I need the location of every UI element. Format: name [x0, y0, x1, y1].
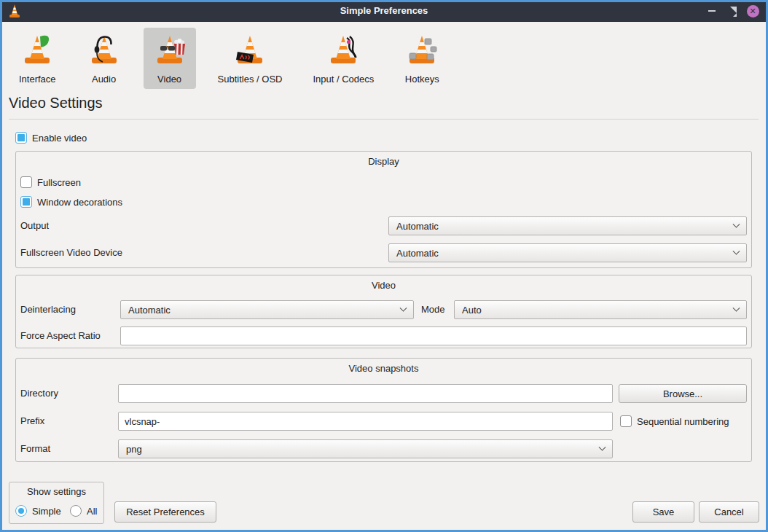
video-cone-icon — [152, 32, 187, 69]
tab-label: Input / Codecs — [313, 74, 374, 85]
output-select-value: Automatic — [396, 221, 439, 232]
output-label: Output — [20, 216, 49, 235]
window-decorations-checkbox[interactable] — [20, 196, 32, 208]
force-aspect-ratio-label: Force Aspect Ratio — [20, 326, 101, 345]
cancel-button-label: Cancel — [714, 506, 743, 517]
tab-video[interactable]: Video — [144, 28, 196, 89]
window-decorations-label: Window decorations — [37, 197, 122, 208]
chevron-down-icon — [400, 304, 407, 311]
window-title: Simple Preferences — [0, 0, 768, 22]
video-snapshots-group: Video snapshots Directory Browse... Pref… — [15, 358, 752, 462]
all-radio-label: All — [87, 506, 97, 517]
mode-label: Mode — [421, 300, 445, 319]
deinterlacing-select[interactable]: Automatic — [120, 300, 414, 319]
deinterlace-mode-select[interactable]: Auto — [454, 300, 747, 319]
deinterlacing-label: Deinterlacing — [20, 300, 76, 319]
reset-preferences-button[interactable]: Reset Preferences — [114, 501, 216, 523]
preferences-toolbar: Interface Audio — [10, 28, 448, 89]
show-settings-title: Show settings — [9, 486, 103, 497]
output-select[interactable]: Automatic — [388, 216, 747, 235]
preferences-window: Simple Preferences ✕ Interface — [0, 0, 768, 532]
video-group-title: Video — [16, 280, 751, 291]
format-label: Format — [20, 439, 50, 458]
minimize-button[interactable] — [705, 4, 718, 17]
save-button-label: Save — [653, 506, 675, 517]
simple-radio[interactable] — [15, 505, 27, 517]
titlebar: Simple Preferences ✕ — [0, 0, 768, 22]
interface-cone-icon — [20, 32, 55, 69]
sequential-numbering-checkbox[interactable] — [620, 415, 632, 427]
directory-input[interactable] — [118, 384, 613, 403]
format-select-value: png — [126, 444, 142, 455]
deinterlace-mode-select-value: Auto — [462, 305, 482, 316]
simple-radio-row[interactable]: Simple — [15, 505, 61, 517]
subtitles-cone-icon — [232, 32, 267, 69]
close-icon: ✕ — [747, 5, 759, 17]
chevron-down-icon — [599, 443, 606, 450]
minimize-icon — [708, 10, 716, 12]
show-settings-group: Show settings Simple All — [9, 482, 104, 524]
tab-interface[interactable]: Interface — [10, 28, 65, 89]
deinterlacing-select-value: Automatic — [128, 305, 171, 316]
close-button[interactable]: ✕ — [746, 4, 759, 17]
browse-button-label: Browse... — [663, 388, 702, 399]
enable-video-checkbox-row[interactable]: Enable video — [15, 132, 87, 144]
tab-hotkeys[interactable]: Hotkeys — [396, 28, 448, 89]
fullscreen-checkbox[interactable] — [20, 176, 32, 188]
hotkeys-cone-icon — [404, 32, 439, 69]
fullscreen-device-select-value: Automatic — [396, 248, 439, 259]
display-group-title: Display — [16, 156, 751, 167]
simple-radio-label: Simple — [32, 506, 61, 517]
chevron-down-icon — [733, 220, 740, 227]
window-decorations-checkbox-row[interactable]: Window decorations — [20, 196, 122, 208]
snapshots-group-title: Video snapshots — [16, 363, 751, 374]
fullscreen-label: Fullscreen — [37, 177, 81, 188]
page-title: Video Settings — [9, 95, 103, 112]
video-group: Video Deinterlacing Automatic Mode Auto … — [15, 275, 752, 348]
all-radio-row[interactable]: All — [70, 505, 97, 517]
prefix-label: Prefix — [20, 412, 44, 431]
tab-label: Video — [157, 74, 181, 85]
tab-label: Subtitles / OSD — [218, 74, 283, 85]
enable-video-label: Enable video — [32, 133, 87, 144]
tab-subtitles-osd[interactable]: Subtitles / OSD — [209, 28, 291, 89]
tab-label: Hotkeys — [405, 74, 439, 85]
chevron-down-icon — [733, 304, 740, 311]
tab-input-codecs[interactable]: Input / Codecs — [304, 28, 383, 89]
reset-preferences-label: Reset Preferences — [126, 506, 205, 517]
fullscreen-device-select[interactable]: Automatic — [388, 243, 747, 262]
all-radio[interactable] — [70, 505, 82, 517]
tab-audio[interactable]: Audio — [78, 28, 130, 89]
heading-separator — [9, 119, 759, 120]
audio-cone-icon — [87, 32, 122, 69]
fullscreen-device-label: Fullscreen Video Device — [20, 243, 122, 262]
browse-button[interactable]: Browse... — [619, 384, 747, 403]
sequential-numbering-checkbox-row[interactable]: Sequential numbering — [620, 415, 729, 427]
prefix-input[interactable] — [118, 412, 613, 431]
tab-label: Audio — [92, 74, 116, 85]
sequential-numbering-label: Sequential numbering — [637, 416, 729, 427]
tab-label: Interface — [19, 74, 56, 85]
chevron-down-icon — [733, 247, 740, 254]
restore-button[interactable] — [726, 4, 739, 17]
enable-video-checkbox[interactable] — [15, 132, 27, 144]
input-codecs-cone-icon — [326, 32, 361, 69]
cancel-button[interactable]: Cancel — [699, 501, 759, 523]
display-group: Display Fullscreen Window decorations Ou… — [15, 151, 752, 268]
force-aspect-ratio-input[interactable] — [120, 326, 747, 345]
restore-icon — [728, 7, 737, 15]
format-select[interactable]: png — [118, 439, 613, 458]
save-button[interactable]: Save — [632, 501, 694, 523]
directory-label: Directory — [20, 384, 58, 403]
fullscreen-checkbox-row[interactable]: Fullscreen — [20, 176, 81, 188]
